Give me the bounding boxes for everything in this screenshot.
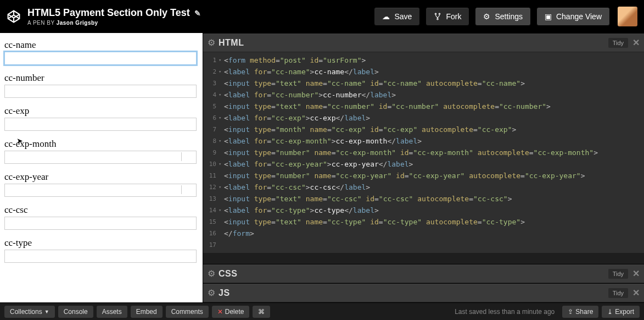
- fold-arrow-icon[interactable]: [219, 193, 224, 205]
- html-editor[interactable]: 1▾<form method="post" id="usrForm">2▾<la…: [203, 52, 644, 253]
- fold-arrow-icon[interactable]: [219, 124, 224, 135]
- code-content[interactable]: <label for="cc-exp-month">cc-exp-month</…: [224, 135, 644, 147]
- line-number: 1: [203, 54, 219, 66]
- code-content[interactable]: <input type="text" name="cc-name" id="cc…: [224, 78, 644, 89]
- css-tidy-button[interactable]: Tidy: [608, 269, 628, 279]
- fork-label: Fork: [446, 12, 461, 21]
- input-cc-name[interactable]: [4, 52, 197, 65]
- code-line[interactable]: 4▾<label for="cc-number">cc-number</labe…: [203, 89, 644, 101]
- line-number: 10: [203, 158, 219, 170]
- js-close-icon[interactable]: ✕: [632, 288, 640, 298]
- code-line[interactable]: 7<input type="month" name="cc-exp" id="c…: [203, 124, 644, 135]
- code-content[interactable]: <form method="post" id="usrForm">: [224, 54, 644, 66]
- code-content[interactable]: <label for="cc-type">cc-type</label>: [224, 205, 644, 216]
- code-content[interactable]: <input type="text" name="cc-number" id="…: [224, 101, 644, 112]
- code-line[interactable]: 8▾<label for="cc-exp-month">cc-exp-month…: [203, 135, 644, 147]
- fold-arrow-icon[interactable]: [219, 147, 224, 158]
- input-cc-exp[interactable]: [4, 118, 197, 131]
- fold-arrow-icon[interactable]: ▾: [219, 54, 224, 66]
- css-settings-gear-icon[interactable]: ⚙: [208, 268, 215, 279]
- line-number: 15: [203, 216, 219, 228]
- panel-html-header: ⚙ HTML Tidy ✕: [203, 34, 644, 52]
- edit-title-icon[interactable]: ✎: [194, 9, 201, 18]
- code-content[interactable]: [224, 239, 644, 251]
- fold-arrow-icon[interactable]: [219, 78, 224, 89]
- code-content[interactable]: <input type="text" name="cc-type" id="cc…: [224, 216, 644, 228]
- fold-arrow-icon[interactable]: ▾: [219, 112, 224, 124]
- settings-button[interactable]: ⚙ Settings: [475, 7, 531, 26]
- code-line[interactable]: 12▾<label for="cc-csc">cc-csc</label>: [203, 181, 644, 193]
- comments-button[interactable]: Comments: [166, 306, 209, 318]
- code-line[interactable]: 11<input type="number" name="cc-exp-year…: [203, 170, 644, 181]
- fold-arrow-icon[interactable]: ▾: [219, 135, 224, 147]
- line-number: 16: [203, 228, 219, 239]
- line-number: 12: [203, 181, 219, 193]
- code-line[interactable]: 15<input type="text" name="cc-type" id="…: [203, 216, 644, 228]
- line-number: 4: [203, 89, 219, 101]
- pen-author[interactable]: Jason Grigsby: [57, 20, 98, 26]
- code-line[interactable]: 3<input type="text" name="cc-name" id="c…: [203, 78, 644, 89]
- assets-button[interactable]: Assets: [97, 306, 127, 318]
- input-cc-exp-year[interactable]: [4, 184, 197, 197]
- fold-arrow-icon[interactable]: ▾: [219, 181, 224, 193]
- fold-arrow-icon[interactable]: ▾: [219, 89, 224, 101]
- code-content[interactable]: </form>: [224, 228, 644, 239]
- html-settings-gear-icon[interactable]: ⚙: [208, 37, 215, 48]
- js-tidy-button[interactable]: Tidy: [608, 288, 628, 298]
- fold-arrow-icon[interactable]: [219, 239, 224, 251]
- export-button[interactable]: ⤓Export: [602, 306, 640, 318]
- code-line[interactable]: 10▾<label for="cc-exp-year">cc-exp-year<…: [203, 158, 644, 170]
- code-line[interactable]: 9<input type="number" name="cc-exp-month…: [203, 147, 644, 158]
- fold-arrow-icon[interactable]: [219, 101, 224, 112]
- fold-arrow-icon[interactable]: ▾: [219, 205, 224, 216]
- code-content[interactable]: <input type="month" name="cc-exp" id="cc…: [224, 124, 644, 135]
- html-close-icon[interactable]: ✕: [632, 37, 640, 48]
- export-icon: ⤓: [607, 308, 613, 316]
- fold-arrow-icon[interactable]: [219, 228, 224, 239]
- code-content[interactable]: <input type="text" name="cc-csc" id="cc-…: [224, 193, 644, 205]
- code-line[interactable]: 17: [203, 239, 644, 251]
- panel-css-header: ⚙ CSS Tidy ✕: [203, 264, 644, 283]
- collections-label: Collections: [10, 308, 42, 316]
- delete-button[interactable]: ✕Delete: [212, 306, 250, 318]
- panel-js-title: JS: [219, 288, 230, 298]
- code-content[interactable]: <label for="cc-csc">cc-csc</label>: [224, 181, 644, 193]
- fork-icon: [434, 13, 441, 20]
- pen-title[interactable]: HTML5 Payment Section Only Test: [27, 7, 190, 19]
- code-line[interactable]: 1▾<form method="post" id="usrForm">: [203, 54, 644, 66]
- code-content[interactable]: <label for="cc-number">cc-number</label>: [224, 89, 644, 101]
- code-content[interactable]: <label for="cc-exp-year">cc-exp-year</la…: [224, 158, 644, 170]
- code-content[interactable]: <label for="cc-name">cc-name</label>: [224, 66, 644, 78]
- code-content[interactable]: <label for="cc-exp">cc-exp</label>: [224, 112, 644, 124]
- share-button[interactable]: ⇪Share: [562, 306, 598, 318]
- code-line[interactable]: 14▾<label for="cc-type">cc-type</label>: [203, 205, 644, 216]
- code-line[interactable]: 13<input type="text" name="cc-csc" id="c…: [203, 193, 644, 205]
- input-cc-csc[interactable]: [4, 217, 197, 230]
- code-content[interactable]: <input type="number" name="cc-exp-year" …: [224, 170, 644, 181]
- js-settings-gear-icon[interactable]: ⚙: [208, 288, 215, 298]
- code-line[interactable]: 5<input type="text" name="cc-number" id=…: [203, 101, 644, 112]
- html-tidy-button[interactable]: Tidy: [608, 38, 628, 48]
- fork-button[interactable]: Fork: [425, 7, 469, 26]
- fold-arrow-icon[interactable]: ▾: [219, 158, 224, 170]
- fold-arrow-icon[interactable]: [219, 216, 224, 228]
- code-content[interactable]: <input type="number" name="cc-exp-month"…: [224, 147, 644, 158]
- panel-html: ⚙ HTML Tidy ✕ 1▾<form method="post" id="…: [203, 33, 644, 264]
- code-line[interactable]: 6▾<label for="cc-exp">cc-exp</label>: [203, 112, 644, 124]
- codepen-logo-icon[interactable]: [7, 9, 21, 24]
- input-cc-exp-month[interactable]: [4, 151, 197, 164]
- embed-button[interactable]: Embed: [131, 306, 163, 318]
- code-line[interactable]: 2▾<label for="cc-name">cc-name</label>: [203, 66, 644, 78]
- collections-button[interactable]: Collections ▼: [4, 306, 55, 318]
- css-close-icon[interactable]: ✕: [632, 268, 640, 279]
- change-view-button[interactable]: ▣ Change View: [536, 7, 610, 26]
- fold-arrow-icon[interactable]: [219, 170, 224, 181]
- fold-arrow-icon[interactable]: ▾: [219, 66, 224, 78]
- keyboard-shortcuts-button[interactable]: ⌘: [253, 306, 270, 318]
- input-cc-type[interactable]: [4, 250, 197, 263]
- input-cc-number[interactable]: [4, 85, 197, 98]
- console-button[interactable]: Console: [58, 306, 93, 318]
- save-button[interactable]: ☁ Save: [374, 7, 420, 26]
- user-avatar[interactable]: [618, 7, 637, 26]
- code-line[interactable]: 16</form>: [203, 228, 644, 239]
